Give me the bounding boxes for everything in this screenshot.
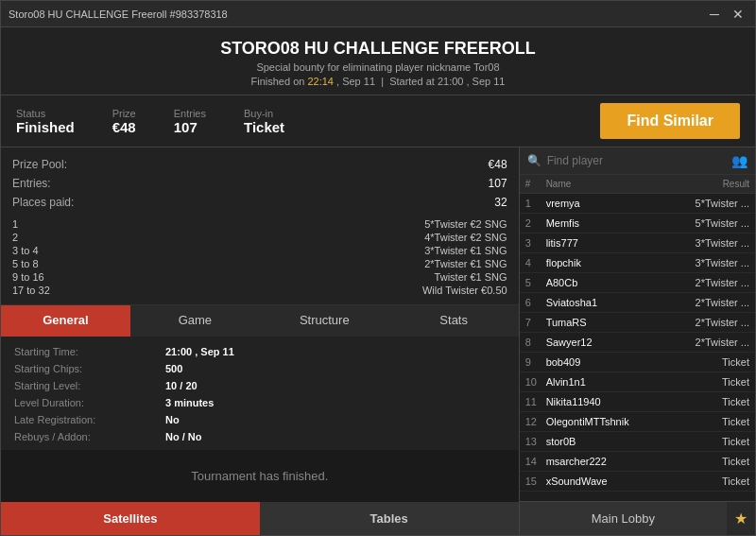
prize-label: Prize [112,108,136,119]
player-result: 5*Twister ... [674,198,749,209]
player-rank: 1 [525,198,546,209]
finished-time: 22:14 [307,76,334,87]
entries-item: Entries 107 [174,108,206,135]
general-detail-row: Starting Time:21:00 , Sep 11 [14,346,506,357]
player-rank: 3 [525,237,546,249]
player-result: 5*Twister ... [674,217,749,229]
finished-message: Tournament has finished. [1,450,519,502]
detail-label: Starting Level: [14,380,165,391]
info-bar: Status Finished Prize €48 Entries 107 Bu… [1,95,755,147]
player-name: Sawyer12 [546,337,674,348]
places-row: Places paid: 32 [12,193,507,212]
tournament-times: Finished on 22:14 , Sep 11 | Started at … [1,76,755,87]
prize-pool-value: €48 [489,158,507,171]
prize-pool-row: Prize Pool: €48 [12,155,507,174]
player-rank: 13 [525,436,546,447]
player-name: A80Cb [546,277,674,288]
prize-place-row: 24*Twister €2 SNG [12,231,507,244]
tournament-subtitle: Special bounty for eliminating player ni… [1,61,755,73]
tab-general[interactable]: General [1,305,130,337]
player-result: Ticket [674,356,749,368]
general-detail-row: Rebuys / Addon:No / No [14,431,506,442]
player-row[interactable]: 8Sawyer122*Twister ... [520,333,755,353]
general-detail-row: Late Registration:No [14,414,506,425]
player-row[interactable]: 2Memfis5*Twister ... [520,214,755,233]
player-row[interactable]: 14msarcher222Ticket [520,452,755,472]
minimize-button[interactable]: ─ [706,7,723,22]
detail-label: Rebuys / Addon: [14,431,165,442]
player-result: Ticket [674,396,749,407]
places-value: 32 [494,196,507,209]
buyin-value: Ticket [244,119,284,135]
player-result: 3*Twister ... [674,237,749,249]
player-row[interactable]: 11Nikita11940Ticket [520,392,755,412]
players-icon[interactable]: 👥 [731,153,747,168]
main-window: Storo08 HU CHALLENGE Freeroll #983378318… [0,0,756,536]
players-list: 1vremya5*Twister ...2Memfis5*Twister ...… [520,194,755,501]
player-result: Ticket [674,456,749,467]
player-row[interactable]: 3litis7773*Twister ... [520,233,755,253]
tab-structure[interactable]: Structure [260,305,389,337]
col-rank-header: # [525,179,546,189]
player-rank: 2 [525,217,546,229]
tab-stats[interactable]: Stats [389,305,519,337]
place-rank: 2 [12,232,18,243]
player-result: 3*Twister ... [674,257,749,268]
tab-content: Starting Time:21:00 , Sep 11Starting Chi… [1,337,519,450]
detail-label: Level Duration: [14,397,165,408]
player-row[interactable]: 5A80Cb2*Twister ... [520,273,755,293]
player-row[interactable]: 1vremya5*Twister ... [520,194,755,214]
tournament-title: STORO08 HU CHALLENGE FREEROLL [1,39,755,59]
col-result-header: Result [674,179,749,189]
player-row[interactable]: 7TumaRS2*Twister ... [520,313,755,333]
prize-place-row: 3 to 43*Twister €1 SNG [12,244,507,257]
player-row[interactable]: 12OlegontiMTTshnikTicket [520,412,755,432]
player-rank: 12 [525,416,546,427]
player-row[interactable]: 15xSoundWaveTicket [520,472,755,492]
started-time: 21:00 [438,76,464,87]
tab-game[interactable]: Game [130,305,260,337]
player-name: Alvin1n1 [546,376,674,388]
main-lobby-button[interactable]: Main Lobby [520,502,727,535]
place-prize: 4*Twister €2 SNG [424,232,507,243]
prize-info: Prize Pool: €48 Entries: 107 Places paid… [1,147,519,305]
detail-label: Starting Chips: [14,363,165,374]
player-rank: 9 [525,356,546,368]
players-table-header: # Name Result [520,175,755,194]
main-content: Prize Pool: €48 Entries: 107 Places paid… [1,147,755,535]
place-rank: 17 to 32 [12,285,50,296]
close-button[interactable]: ✕ [729,7,747,22]
entries-pool-value: 107 [489,177,507,190]
star-icon[interactable]: ★ [727,502,755,535]
window-controls: ─ ✕ [706,7,747,22]
lobby-row: Main Lobby ★ [520,501,755,535]
player-row[interactable]: 9bob409Ticket [520,353,755,372]
place-prize: Wild Twister €0.50 [422,285,507,296]
search-input[interactable] [547,154,726,167]
player-name: stor0B [546,436,674,447]
player-rank: 14 [525,456,546,467]
tables-button[interactable]: Tables [260,502,519,535]
col-name-header: Name [546,179,674,189]
prize-place-row: 17 to 32Wild Twister €0.50 [12,284,507,297]
place-prize: 3*Twister €1 SNG [424,245,507,256]
player-rank: 11 [525,396,546,407]
bottom-buttons: Satellites Tables [1,502,519,535]
player-row[interactable]: 6Sviatosha12*Twister ... [520,293,755,313]
player-row[interactable]: 10Alvin1n1Ticket [520,372,755,392]
player-name: Memfis [546,217,674,229]
status-value: Finished [16,119,75,135]
player-rank: 7 [525,317,546,328]
place-prize: 5*Twister €2 SNG [424,218,507,230]
player-rank: 10 [525,376,546,388]
satellites-button[interactable]: Satellites [1,502,260,535]
general-detail-row: Level Duration:3 minutes [14,397,506,408]
find-similar-button[interactable]: Find Similar [600,103,740,139]
prize-place-row: 9 to 16Twister €1 SNG [12,270,507,284]
player-row[interactable]: 13stor0BTicket [520,432,755,452]
search-bar: 🔍 👥 [520,147,755,175]
detail-value: No / No [165,431,202,442]
player-row[interactable]: 4flopchik3*Twister ... [520,253,755,273]
window-title: Storo08 HU CHALLENGE Freeroll #983378318 [9,9,228,20]
player-result: Ticket [674,436,749,447]
